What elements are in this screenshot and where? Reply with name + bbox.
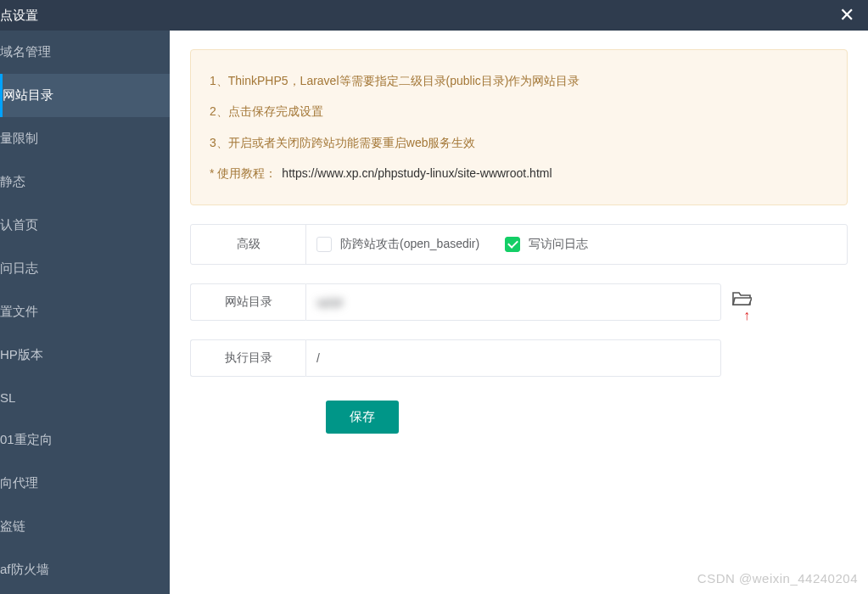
save-button[interactable]: 保存 <box>326 401 399 434</box>
note-tutorial: * 使用教程：https://www.xp.cn/phpstudy-linux/… <box>210 158 828 188</box>
sidebar-item-domain[interactable]: 域名管理 <box>0 31 170 74</box>
exec-dir-row: 执行目录 <box>190 339 848 377</box>
sidebar-item-redirect[interactable]: 01重定向 <box>0 418 170 462</box>
advanced-row: 高级 防跨站攻击(open_basedir) 写访问日志 <box>190 224 848 265</box>
arrow-up-icon: ↑ <box>743 309 750 322</box>
checkbox-icon-checked <box>505 237 520 252</box>
info-note: 1、ThinkPHP5，Laravel等需要指定二级目录(public目录)作为… <box>190 49 848 205</box>
note-line-3: 3、开启或者关闭防跨站功能需要重启web服务生效 <box>210 127 828 158</box>
sidebar-item-proxy[interactable]: 向代理 <box>0 462 170 505</box>
tutorial-link[interactable]: https://www.xp.cn/phpstudy-linux/site-ww… <box>282 166 552 180</box>
site-dir-input[interactable] <box>316 295 710 309</box>
checkbox-icon <box>316 237 332 252</box>
advanced-label: 高级 <box>191 225 306 264</box>
site-dir-label: 网站目录 <box>190 283 305 321</box>
dialog-header: 点设置 ✕ <box>0 0 868 31</box>
exec-dir-input[interactable] <box>316 351 710 365</box>
sidebar-item-static[interactable]: 静态 <box>0 160 170 204</box>
checkbox-open-basedir[interactable]: 防跨站攻击(open_basedir) <box>316 237 479 252</box>
dialog-title: 点设置 <box>0 8 38 24</box>
sidebar: 域名管理 网站目录 量限制 静态 认首页 问日志 置文件 HP版本 SL 01重… <box>0 31 170 594</box>
sidebar-item-config[interactable]: 置文件 <box>0 290 170 333</box>
site-dir-row: 网站目录 ↑ <box>190 283 848 321</box>
exec-dir-label: 执行目录 <box>190 339 305 377</box>
folder-browse-icon[interactable]: ↑ <box>731 290 752 310</box>
sidebar-item-php[interactable]: HP版本 <box>0 333 170 377</box>
checkbox-access-log[interactable]: 写访问日志 <box>505 237 588 252</box>
sidebar-item-hotlink[interactable]: 盗链 <box>0 505 170 548</box>
note-line-2: 2、点击保存完成设置 <box>210 96 828 126</box>
sidebar-item-index[interactable]: 认首页 <box>0 204 170 247</box>
checkbox-label: 写访问日志 <box>529 237 588 252</box>
sidebar-item-log[interactable]: 问日志 <box>0 247 170 290</box>
sidebar-item-limit[interactable]: 量限制 <box>0 117 170 160</box>
watermark: CSDN @weixin_44240204 <box>697 571 858 586</box>
close-icon[interactable]: ✕ <box>839 6 854 25</box>
sidebar-item-sitedir[interactable]: 网站目录 <box>0 74 170 117</box>
sidebar-item-waf[interactable]: af防火墙 <box>0 548 170 591</box>
checkbox-label: 防跨站攻击(open_basedir) <box>340 237 479 252</box>
note-line-1: 1、ThinkPHP5，Laravel等需要指定二级目录(public目录)作为… <box>210 65 828 96</box>
sidebar-item-ssl[interactable]: SL <box>0 377 170 418</box>
content-area: 1、ThinkPHP5，Laravel等需要指定二级目录(public目录)作为… <box>170 31 868 594</box>
